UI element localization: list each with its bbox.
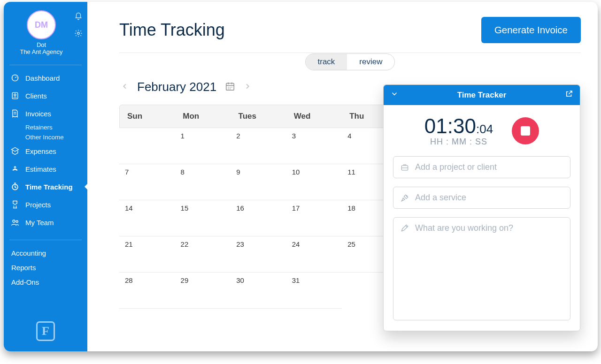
clients-icon [10, 91, 20, 100]
sidebar-item-dashboard[interactable]: Dashboard [4, 69, 87, 87]
dashboard-icon [10, 73, 20, 83]
notes-input-wrap[interactable] [393, 217, 570, 320]
svg-point-5 [13, 220, 15, 222]
prev-month-button[interactable] [121, 83, 129, 91]
sidebar-item-label: My Team [25, 219, 54, 227]
user-avatar[interactable]: DM [27, 10, 56, 39]
sidebar-item-clients[interactable]: Clients [4, 87, 87, 105]
calendar-day[interactable]: 15 [175, 200, 231, 236]
page-title: Time Tracking [119, 20, 225, 40]
calendar-day[interactable]: 24 [286, 236, 342, 273]
tracker-elapsed-time: 01:30:04 [424, 114, 493, 138]
stop-timer-button[interactable] [512, 117, 539, 144]
calendar-day[interactable]: 1 [175, 128, 231, 164]
gear-icon[interactable] [74, 29, 83, 39]
chevron-left-icon [121, 83, 129, 90]
calendar-day[interactable]: 14 [119, 200, 175, 236]
sidebar-item-accounting[interactable]: Accounting [11, 246, 80, 260]
weekday-header: Sun [120, 105, 175, 128]
calendar-day[interactable]: 2 [231, 128, 286, 164]
project-input[interactable] [415, 162, 563, 172]
calendar-day[interactable]: 16 [231, 200, 286, 236]
calendar-day[interactable]: 30 [231, 273, 286, 309]
sidebar-sub-other-income[interactable]: Other Income [4, 132, 87, 142]
sidebar-item-label: Clients [25, 92, 47, 100]
next-month-button[interactable] [244, 83, 251, 91]
calendar-day[interactable]: 3 [286, 128, 342, 164]
sidebar-item-label: Projects [25, 201, 51, 209]
sidebar-sub-retainers[interactable]: Retainers [4, 122, 87, 132]
time-tracker-widget: Time Tracker 01:30:04 HH : MM : SS [383, 84, 580, 331]
sidebar-item-time-tracking[interactable]: Time Tracking [4, 178, 87, 196]
estimates-icon [10, 164, 20, 174]
sidebar-item-label: Dashboard [25, 74, 60, 82]
sidebar-item-label: Estimates [25, 165, 56, 173]
sidebar-item-expenses[interactable]: Expenses [4, 142, 87, 160]
weekday-header: Tues [231, 105, 286, 128]
view-toggle: track review [305, 53, 395, 70]
calendar-icon [225, 81, 235, 91]
collapse-tracker-button[interactable] [390, 90, 399, 100]
sidebar-item-projects[interactable]: Projects [4, 196, 87, 213]
user-name: Dot [8, 41, 74, 48]
projects-icon [10, 200, 20, 209]
service-input[interactable] [415, 193, 563, 203]
sidebar-nav: Dashboard Clients Invoices Retainers Oth… [4, 67, 87, 233]
sidebar-bottom: Accounting Reports Add-Ons [4, 242, 87, 293]
service-input-wrap[interactable] [393, 187, 570, 209]
date-picker-button[interactable] [225, 81, 235, 93]
tab-review[interactable]: review [347, 54, 394, 70]
calendar-day[interactable]: 8 [175, 164, 231, 200]
tab-track[interactable]: track [306, 54, 347, 70]
sidebar-item-label: Time Tracking [25, 183, 73, 191]
popout-icon [565, 90, 573, 98]
expenses-icon [10, 146, 20, 156]
weekday-header: Wed [286, 105, 342, 128]
sidebar-item-label: Expenses [25, 147, 56, 155]
generate-invoice-button[interactable]: Generate Invoice [481, 17, 581, 43]
project-input-wrap[interactable] [393, 156, 570, 178]
app-logo: F [4, 312, 87, 351]
project-icon [400, 163, 409, 172]
tracker-time-legend: HH : MM : SS [424, 137, 493, 147]
calendar-day[interactable]: 28 [119, 273, 175, 309]
stop-icon [521, 126, 530, 136]
sidebar-item-addons[interactable]: Add-Ons [11, 275, 80, 289]
sidebar-item-estimates[interactable]: Estimates [4, 160, 87, 178]
svg-point-6 [16, 220, 18, 222]
calendar-day[interactable]: 9 [231, 164, 286, 200]
chevron-right-icon [244, 83, 251, 90]
calendar-day[interactable]: 10 [286, 164, 342, 200]
svg-point-0 [77, 32, 80, 35]
clock-icon [10, 182, 20, 191]
calendar-day[interactable]: 31 [286, 273, 342, 309]
calendar-day[interactable]: 23 [231, 236, 286, 273]
weekday-header: Mon [175, 105, 231, 128]
svg-point-3 [14, 94, 16, 96]
tracker-title: Time Tracker [457, 91, 507, 100]
calendar-day[interactable]: 17 [286, 200, 342, 236]
calendar-day[interactable]: 7 [119, 164, 175, 200]
team-icon [10, 218, 20, 227]
company-name: The Ant Agency [8, 48, 74, 55]
calendar-cell-blank [119, 128, 175, 164]
calendar-day[interactable]: 22 [175, 236, 231, 273]
pencil-icon [400, 223, 409, 233]
sidebar-item-invoices[interactable]: Invoices [4, 105, 87, 122]
month-label: February 2021 [137, 80, 216, 94]
bell-icon[interactable] [74, 12, 83, 23]
sidebar-item-reports[interactable]: Reports [11, 260, 80, 275]
notes-input[interactable] [415, 223, 563, 314]
sidebar-item-label: Invoices [25, 110, 51, 118]
popout-tracker-button[interactable] [565, 90, 573, 100]
calendar-day[interactable]: 29 [175, 273, 231, 309]
service-icon [400, 193, 409, 203]
chevron-down-icon [390, 90, 399, 98]
invoices-icon [10, 109, 20, 118]
sidebar: DM Dot The Ant Agency Dashboard Clients … [4, 2, 87, 351]
sidebar-item-my-team[interactable]: My Team [4, 213, 87, 231]
calendar-day[interactable]: 21 [119, 236, 175, 273]
